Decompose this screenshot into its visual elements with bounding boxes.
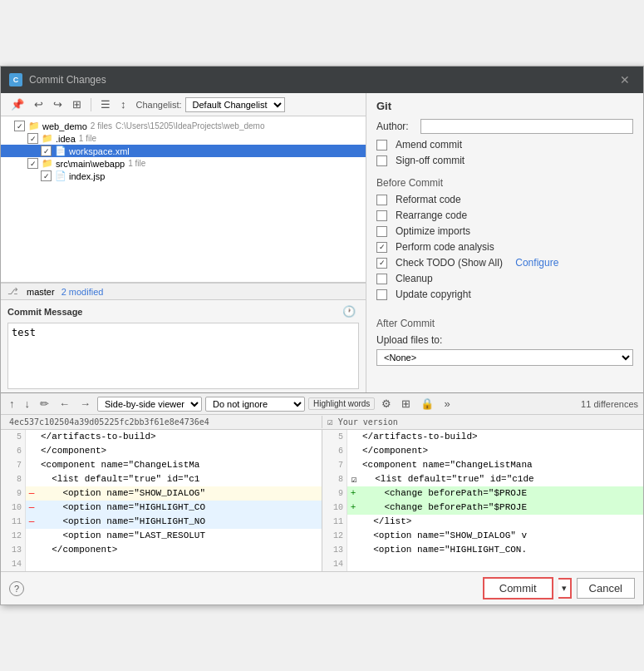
analysis-label: Perform code analysis bbox=[396, 241, 494, 253]
todo-label: Check TODO (Show All) bbox=[396, 257, 503, 269]
tree-checkbox-idea[interactable] bbox=[27, 133, 38, 144]
tree-checkbox-web-demo[interactable] bbox=[14, 121, 25, 131]
diff-line-left-13: 13 </component> bbox=[1, 543, 322, 557]
amend-commit-checkbox[interactable] bbox=[376, 140, 387, 150]
author-label: Author: bbox=[376, 121, 414, 132]
diff-left-title: 4ec537c102504a39d05225fc2bb3f61e8e4736e4 bbox=[4, 416, 322, 428]
tree-checkbox-index[interactable] bbox=[41, 170, 52, 181]
tree-item-name-webapp: src\main\webapp bbox=[56, 159, 125, 169]
amend-commit-row: Amend commit bbox=[376, 139, 633, 150]
diff-more-btn[interactable]: » bbox=[440, 396, 453, 412]
titlebar: C Commit Changes ✕ bbox=[1, 67, 643, 93]
cleanup-checkbox[interactable] bbox=[376, 274, 387, 284]
dialog-title: Commit Changes bbox=[29, 74, 106, 86]
bottom-bar: ? Commit ▾ Cancel bbox=[1, 571, 643, 604]
diff-next-btn[interactable]: → bbox=[76, 396, 94, 412]
reformat-checkbox[interactable] bbox=[376, 195, 387, 205]
tree-item-name-index: index.jsp bbox=[69, 171, 105, 181]
undo-button[interactable]: ↩ bbox=[31, 96, 47, 112]
commit-changes-dialog: C Commit Changes ✕ 📌 ↩ ↪ ⊞ ☰ ↕ Changelis… bbox=[0, 66, 644, 605]
close-button[interactable]: ✕ bbox=[615, 72, 635, 88]
diff-columns-btn[interactable]: ⊞ bbox=[398, 396, 414, 412]
todo-checkbox[interactable] bbox=[376, 258, 387, 269]
upload-select[interactable]: <None> bbox=[376, 349, 633, 366]
diff-line-right-7: 7 <component name="ChangeListMana bbox=[322, 458, 643, 472]
commit-message-area: Commit Message 🕐 test bbox=[1, 300, 366, 392]
tree-item-index-jsp[interactable]: 📄 index.jsp bbox=[1, 170, 366, 182]
diff-line-right-6: 6 </component> bbox=[322, 444, 643, 458]
tree-checkbox-workspace[interactable] bbox=[41, 146, 52, 156]
after-commit-section: After Commit Upload files to: <None> bbox=[376, 311, 633, 366]
diff-header: ↑ ↓ ✏ ← → Side-by-side viewer Unified vi… bbox=[1, 393, 643, 415]
diff-line-left-9: 9 — <option name="SHOW_DIALOG" bbox=[1, 486, 322, 501]
redo-button[interactable]: ↪ bbox=[50, 96, 66, 112]
folder-icon-web-demo: 📁 bbox=[28, 121, 40, 131]
tree-item-meta-webapp: 1 file bbox=[128, 159, 145, 168]
copyright-label: Update copyright bbox=[396, 289, 471, 300]
folder-icon-idea: 📁 bbox=[42, 133, 53, 144]
commit-button[interactable]: Commit bbox=[483, 577, 553, 599]
optimize-label: Optimize imports bbox=[396, 225, 470, 237]
expand-button[interactable]: ⊞ bbox=[69, 96, 85, 112]
pin-button[interactable]: 📌 bbox=[7, 96, 27, 112]
sort-button[interactable]: ↕ bbox=[117, 96, 130, 112]
analysis-checkbox[interactable] bbox=[376, 242, 387, 253]
commit-message-input[interactable]: test bbox=[7, 323, 359, 389]
tree-checkbox-webapp[interactable] bbox=[27, 158, 38, 169]
diff-line-right-12: 12 <option name="SHOW_DIALOG" v bbox=[322, 529, 643, 543]
copyright-row: Update copyright bbox=[376, 289, 633, 300]
diff-line-checkbox-8[interactable]: ☑ bbox=[347, 472, 361, 486]
rearrange-checkbox[interactable] bbox=[376, 210, 387, 221]
changelist-label: Changelist: bbox=[136, 100, 182, 110]
upload-label: Upload files to: bbox=[376, 334, 633, 346]
commit-dropdown-button[interactable]: ▾ bbox=[558, 578, 572, 599]
optimize-row: Optimize imports bbox=[376, 225, 633, 237]
author-input[interactable] bbox=[420, 119, 633, 134]
jsp-file-icon: 📄 bbox=[55, 170, 66, 181]
branch-icon: ⎇ bbox=[7, 286, 18, 297]
optimize-checkbox[interactable] bbox=[376, 226, 387, 237]
rearrange-row: Rearrange code bbox=[376, 210, 633, 221]
diff-line-right-10: 10 + <change beforePath="$PROJE bbox=[322, 501, 643, 515]
diff-edit-btn[interactable]: ✏ bbox=[37, 396, 52, 412]
toolbar-separator bbox=[91, 98, 91, 111]
tree-item-path-web-demo: C:\Users\15205\IdeaProjects\web_demo bbox=[116, 121, 265, 131]
list-button[interactable]: ☰ bbox=[97, 96, 114, 112]
diff-down-btn[interactable]: ↓ bbox=[22, 396, 34, 412]
copyright-checkbox[interactable] bbox=[376, 289, 387, 300]
diff-line-left-14: 14 bbox=[1, 557, 322, 571]
sign-off-checkbox[interactable] bbox=[376, 155, 387, 166]
help-button[interactable]: ? bbox=[9, 581, 24, 596]
tree-item-name-idea: .idea bbox=[56, 134, 76, 144]
tree-item-idea[interactable]: 📁 .idea 1 file bbox=[1, 132, 366, 145]
amend-commit-label: Amend commit bbox=[396, 139, 462, 150]
commit-msg-label: Commit Message bbox=[7, 307, 82, 317]
diff-settings-btn[interactable]: ⚙ bbox=[378, 396, 395, 412]
diff-line-right-5: 5 </artifacts-to-build> bbox=[322, 430, 643, 444]
viewer-select[interactable]: Side-by-side viewer Unified viewer bbox=[97, 397, 202, 412]
ignore-select[interactable]: Do not ignore Ignore whitespace bbox=[205, 397, 305, 412]
tree-item-web-demo[interactable]: 📁 web_demo 2 files C:\Users\15205\IdeaPr… bbox=[1, 120, 366, 132]
titlebar-left: C Commit Changes bbox=[9, 73, 106, 86]
changelist-select[interactable]: Default Changelist bbox=[185, 97, 285, 112]
after-commit-heading: After Commit bbox=[376, 318, 633, 329]
diff-right-pane: 5 </artifacts-to-build> 6 </component> 7… bbox=[322, 430, 643, 571]
main-content: 📌 ↩ ↪ ⊞ ☰ ↕ Changelist: Default Changeli… bbox=[1, 93, 643, 392]
cancel-button[interactable]: Cancel bbox=[577, 578, 635, 599]
diff-right-title: ☑ Your version bbox=[322, 415, 640, 429]
diff-line-left-11: 11 — <option name="HIGHLIGHT_NO bbox=[1, 515, 322, 529]
highlight-words-btn[interactable]: Highlight words bbox=[308, 397, 375, 410]
tree-item-workspace-xml[interactable]: 📄 workspace.xml bbox=[1, 145, 366, 157]
tree-item-webapp[interactable]: 📁 src\main\webapp 1 file bbox=[1, 157, 366, 170]
diff-prev-btn[interactable]: ← bbox=[56, 396, 73, 412]
commit-msg-history-btn[interactable]: 🕐 bbox=[339, 303, 359, 319]
diff-up-btn[interactable]: ↑ bbox=[6, 396, 18, 412]
left-panel: 📌 ↩ ↪ ⊞ ☰ ↕ Changelist: Default Changeli… bbox=[1, 93, 366, 392]
before-commit-heading: Before Commit bbox=[376, 177, 633, 189]
diff-lock-btn[interactable]: 🔒 bbox=[417, 396, 437, 412]
cleanup-label: Cleanup bbox=[396, 273, 433, 284]
configure-link[interactable]: Configure bbox=[515, 257, 558, 269]
diff-line-left-7: 7 <component name="ChangeListMa bbox=[1, 458, 322, 472]
modified-count[interactable]: 2 modified bbox=[61, 287, 104, 297]
diff-line-right-8: 8 ☑ <list default="true" id="c1de bbox=[322, 472, 643, 486]
